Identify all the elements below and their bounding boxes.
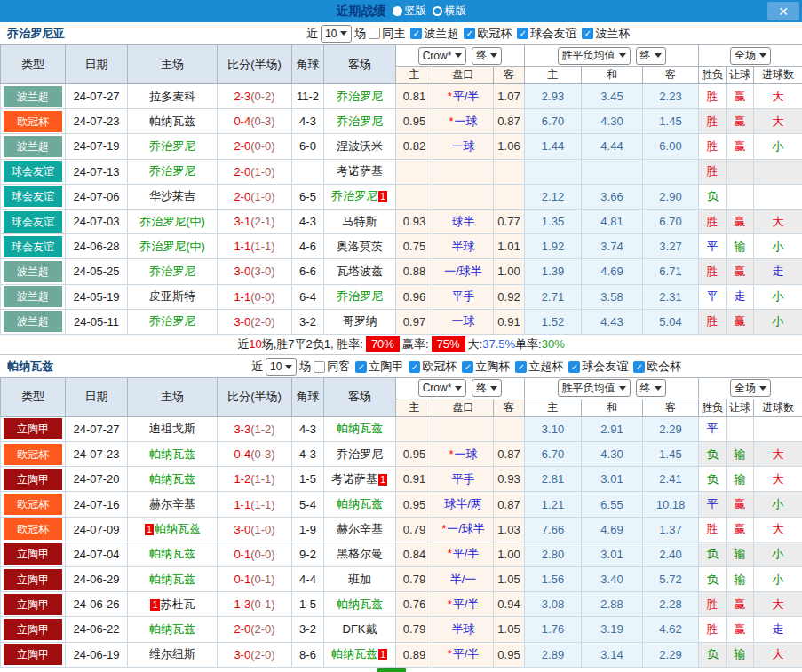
close-button[interactable]: ✕ [767, 2, 799, 20]
team-link[interactable]: 帕纳瓦兹 [149, 447, 195, 461]
bookmaker-select[interactable]: Crow* [418, 47, 467, 65]
score-cell: 0-1(0-1) [218, 567, 292, 592]
team-link[interactable]: 乔治罗尼 [337, 115, 383, 128]
league-filter-checkbox[interactable]: ✓立陶杯 [462, 359, 510, 375]
team-link[interactable]: 考诺萨基 [337, 164, 383, 178]
league-filter-checkbox[interactable]: ✓立陶甲 [355, 359, 403, 375]
team-link[interactable]: 赫尔辛基 [337, 522, 383, 535]
team-link[interactable]: 乔治罗尼(中) [139, 240, 205, 253]
handicap-cell: *平/半 [433, 84, 494, 109]
layout-vertical-radio[interactable]: 竖版 [393, 4, 426, 19]
date-cell: 24-07-27 [66, 416, 128, 441]
team-link[interactable]: 黑格尔曼 [337, 547, 383, 560]
mean-home-odds: 3.10 [525, 416, 582, 441]
team-link[interactable]: 乔治罗尼 [149, 314, 195, 328]
mean-home-odds: 2.12 [525, 184, 582, 209]
team-link[interactable]: 苏杜瓦 [161, 597, 195, 611]
team-link[interactable]: 考诺萨基 [331, 472, 377, 486]
handicap-cell: 平手 [433, 284, 494, 309]
mean-draw-odds: 6.55 [582, 492, 643, 517]
team-link[interactable]: 乔治罗尼 [149, 139, 195, 153]
team-link[interactable]: 涅波沃米 [337, 139, 383, 153]
outcome-cell: 胜 [699, 592, 727, 617]
games-count-select[interactable]: 10 [266, 358, 297, 376]
team-link[interactable]: 帕纳瓦兹 [155, 522, 201, 535]
league-filter-checkbox[interactable]: ✓欧冠杯 [464, 26, 512, 42]
closing-odds-select[interactable]: 终 [636, 379, 666, 397]
crow-away-odds: 0.87 [494, 109, 525, 134]
date-cell: 24-05-11 [66, 309, 128, 334]
corners-cell: 8-6 [292, 642, 324, 667]
fulltime-select[interactable]: 全场 [730, 379, 771, 397]
crow-away-odds: 1.03 [494, 517, 525, 542]
team-link[interactable]: 帕纳瓦兹 [149, 547, 195, 560]
team-link[interactable]: DFK戴 [343, 622, 377, 636]
closing-odds-select[interactable]: 终 [636, 47, 666, 65]
closing-odds-select[interactable]: 终 [472, 47, 502, 65]
team-link[interactable]: 乔治罗尼 [337, 90, 383, 103]
team-link[interactable]: 帕纳瓦兹 [337, 597, 383, 611]
team-link[interactable]: 哥罗纳 [343, 314, 377, 328]
away-team-cell: 瓦塔波兹 [324, 259, 396, 284]
team-link[interactable]: 帕纳瓦兹 [149, 115, 195, 128]
team-link[interactable]: 皮亚斯特 [149, 289, 195, 303]
crow-home-odds: 0.95 [396, 492, 433, 517]
league-filter-checkbox[interactable]: ✓欧冠杯 [409, 359, 457, 375]
fulltime-select[interactable]: 全场 [730, 47, 771, 65]
team-link[interactable]: 乔治罗尼 [337, 447, 383, 461]
team-link[interactable]: 拉多麦科 [149, 90, 195, 103]
summary-text: 场,胜7平2负1, 胜率: [262, 336, 363, 352]
games-label: 场 [299, 359, 311, 375]
team-link[interactable]: 瓦塔波兹 [337, 265, 383, 278]
handicap-result-cell: 走 [727, 284, 754, 309]
layout-horizontal-radio[interactable]: 横版 [433, 4, 466, 19]
handicap-cell: 一球 [433, 309, 494, 334]
team-link[interactable]: 马特斯 [343, 215, 377, 228]
mean-odds-select[interactable]: 胜平负均值 [558, 47, 631, 65]
league-filter-checkbox[interactable]: ✓球会友谊 [517, 26, 576, 42]
team-link[interactable]: 乔治罗尼(中) [139, 215, 205, 228]
closing-odds-select[interactable]: 终 [472, 379, 502, 397]
bookmaker-select[interactable]: Crow* [418, 379, 467, 397]
team-section: 帕纳瓦兹近10场同客✓立陶甲✓欧冠杯✓立陶杯✓立超杯✓球会友谊✓欧会杯类型日期主… [0, 357, 802, 672]
team-link[interactable]: 华沙莱吉 [149, 189, 195, 202]
team-link[interactable]: 帕纳瓦兹 [149, 472, 195, 486]
team-link[interactable]: 班加 [348, 573, 371, 586]
team-link[interactable]: 赫尔辛基 [149, 497, 195, 510]
home-team-cell: 帕纳瓦兹 [128, 542, 218, 566]
handicap-cell: *一球 [433, 442, 494, 467]
games-count-select[interactable]: 10 [321, 25, 352, 43]
team-link[interactable]: 帕纳瓦兹 [337, 497, 383, 510]
team-link[interactable]: 奥洛莫茨 [337, 240, 383, 253]
team-link[interactable]: 帕纳瓦兹 [149, 622, 195, 636]
mean-away-odds: 1.45 [643, 109, 699, 134]
checked-checkbox-icon: ✓ [464, 28, 475, 39]
team-link[interactable]: 帕纳瓦兹 [331, 647, 377, 660]
team-link[interactable]: 帕纳瓦兹 [337, 422, 383, 435]
league-cell: 立陶甲 [1, 617, 66, 642]
mean-odds-select[interactable]: 胜平负均值 [558, 379, 631, 397]
team-link[interactable]: 迪祖戈斯 [149, 422, 195, 435]
league-filter-checkbox[interactable]: ✓立超杯 [515, 359, 563, 375]
team-link[interactable]: 乔治罗尼 [331, 189, 377, 202]
mean-home-odds: 2.71 [525, 284, 582, 309]
same-venue-checkbox[interactable]: 同客 [314, 359, 350, 375]
same-venue-checkbox[interactable]: 同主 [369, 26, 405, 42]
league-filter-checkbox[interactable]: ✓波兰超 [410, 26, 458, 42]
score-cell: 0-4(0-3) [218, 442, 292, 467]
crow-home-odds: 0.81 [396, 84, 433, 109]
home-team-cell: 拉多麦科 [128, 84, 218, 109]
home-team-cell: 乔治罗尼 [128, 259, 218, 284]
team-link[interactable]: 维尔纽斯 [149, 647, 195, 660]
date-cell: 24-07-23 [66, 442, 128, 467]
team-link[interactable]: 乔治罗尼 [337, 289, 383, 303]
sub-header: 客 [494, 399, 525, 416]
league-filter-checkbox[interactable]: ✓欧会杯 [633, 359, 681, 375]
outcome-cell: 胜 [699, 259, 727, 284]
team-link[interactable]: 乔治罗尼 [149, 265, 195, 278]
league-filter-checkbox[interactable]: ✓波兰杯 [582, 26, 630, 42]
team-link[interactable]: 乔治罗尼 [149, 164, 195, 178]
league-filter-checkbox[interactable]: ✓球会友谊 [568, 359, 628, 375]
goals-result-cell: 大 [754, 209, 802, 233]
team-link[interactable]: 帕纳瓦兹 [149, 573, 195, 586]
